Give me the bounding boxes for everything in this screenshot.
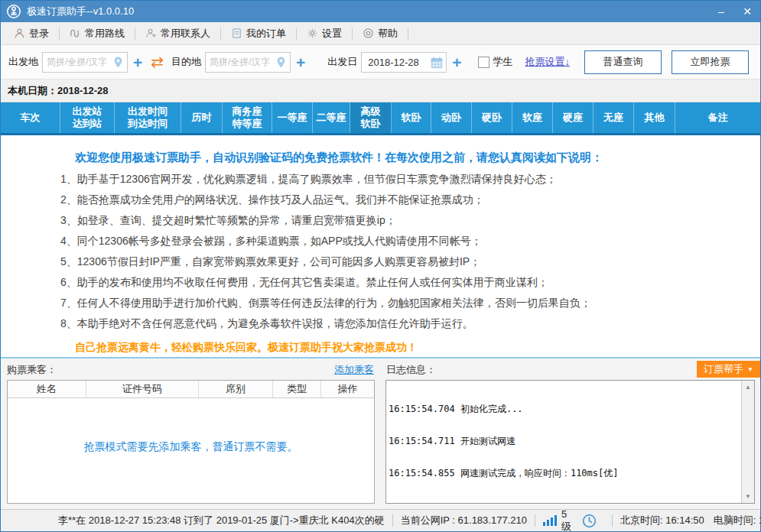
toolbar-help-label: 帮助 [378,27,398,41]
statusbar-separator [612,514,613,527]
column-soft-seat[interactable]: 软座 [512,102,553,133]
column-second-class[interactable]: 二等座 [313,102,350,133]
date-box [361,52,447,73]
notice-item: 1、助手基于12306官网开发，优化购票逻辑，提高了购票效率，但节假日车票竞争激… [60,173,760,186]
window-title: 极速订票助手--v1.0.0.10 [27,5,134,18]
ticket-news-text: 李**在 2018-12-27 15:23:48 订到了 2019-01-25 … [58,514,385,527]
passenger-panel-head: 购票乘客： 添加乘客 [1,358,380,378]
column-duration[interactable]: 历时 [181,102,223,133]
notice-area: 欢迎您使用极速订票助手，自动识别验证码的免费抢票软件！在每次使用之前，请您认真阅… [1,135,760,357]
log-entry: 16:15:54.855 网速测试完成，响应时间：110ms[优] [389,468,739,478]
user-plus-icon [145,28,157,39]
toolbar-orders[interactable]: 我的订单 [221,22,296,44]
log-scrollbar[interactable]: ▲ ▼ [741,381,754,503]
toolbar-contacts[interactable]: 常用联系人 [135,22,220,44]
signal-level-text: 5级 [561,508,571,532]
document-icon [231,28,242,39]
add-to-city-button[interactable]: + [291,54,311,70]
scroll-down-icon[interactable]: ▼ [743,491,753,502]
passenger-empty-hint: 抢票模式需要先添加乘客，普通订票不需要。 [8,440,374,454]
main-toolbar: 登录 常用路线 常用联系人 我的订单 设置 帮助 [1,22,760,45]
normal-query-button[interactable]: 普通查询 [584,50,662,74]
scroll-up-icon[interactable]: ▲ [743,381,753,393]
column-remark[interactable]: 备注 [675,102,760,133]
toolbar-settings-label: 设置 [322,27,342,41]
log-entry: 16:15:54.704 初始化完成... [389,404,739,414]
computer-time-text: 电脑时间: 16:16:08 [714,514,761,527]
notice-title: 欢迎您使用极速订票助手，自动识别验证码的免费抢票软件！在每次使用之前，请您认真阅… [75,151,760,165]
notice-item: 4、同个12306帐号多处登录会被踢，多种渠道购票，如APP或找人代购请使用不同… [60,235,760,248]
passenger-table: 姓名 证件号码 席别 类型 操作 抢票模式需要先添加乘客，普通订票不需要。 [7,380,375,504]
toolbar-login[interactable]: 登录 [4,22,59,44]
from-location-pin-icon[interactable] [112,56,125,69]
toolbar-routes[interactable]: 常用路线 [60,22,135,44]
minimize-button[interactable]: – [708,1,734,22]
route-icon [70,28,81,39]
grab-now-button[interactable]: 立即抢票 [672,50,749,74]
beijing-time-text: 北京时间: 16:14:50 [620,514,704,527]
statusbar-separator [535,514,535,527]
from-city-box [42,52,128,73]
add-from-city-button[interactable]: + [128,54,148,70]
railway-logo-icon [6,4,21,19]
log-entry: 16:15:54.711 开始测试网速 [389,436,739,446]
passenger-col-seat: 席别 [199,381,273,397]
notice-item: 3、如登录、查询、提交超时繁忙等频繁的异常，请重启宽带猫更换ip； [60,214,760,227]
column-train-no[interactable]: 车次 [1,102,60,133]
column-no-seat[interactable]: 无座 [594,102,634,133]
help-icon [363,28,374,39]
passenger-col-type: 类型 [273,381,321,397]
column-times[interactable]: 出发时间到达时间 [115,102,181,133]
passenger-panel: 购票乘客： 添加乘客 姓名 证件号码 席别 类型 操作 抢票模式需要先添加乘客，… [1,358,380,509]
notice-item: 6、助手的发布和使用均不收取任何费用，无任何其它售卖渠道。禁止任何人或任何实体用… [60,276,760,289]
column-stations[interactable]: 出发站达到站 [60,102,115,133]
passenger-label: 购票乘客： [7,363,57,377]
local-date-row: 本机日期：2018-12-28 [1,79,760,102]
column-soft-sleeper[interactable]: 软卧 [392,102,431,133]
notice-footer: 自己抢票远离黄牛，轻松购票快乐回家。极速订票助手祝大家抢票成功！ [75,341,760,355]
log-lines: 16:15:54.704 初始化完成... 16:15:54.711 开始测试网… [389,382,739,501]
calendar-icon[interactable] [430,56,444,70]
signal-bars-icon [543,515,557,526]
bottom-panels: 购票乘客： 添加乘客 姓名 证件号码 席别 类型 操作 抢票模式需要先添加乘客，… [1,357,760,509]
booking-helper-button[interactable]: 订票帮手 ▼ [697,361,760,378]
add-passenger-link[interactable]: 添加乘客 [334,363,374,377]
column-business-seat[interactable]: 商务座特等座 [223,102,272,133]
from-label: 出发地 [8,55,38,69]
column-emu-sleeper[interactable]: 动卧 [431,102,472,133]
train-grid-header: 车次 出发站达到站 出发时间到达时间 历时 商务座特等座 一等座 二等座 高级软… [1,102,760,135]
passenger-table-header: 姓名 证件号码 席别 类型 操作 [8,381,374,398]
swap-cities-icon[interactable]: ⇄ [148,54,167,70]
grab-settings-link[interactable]: 抢票设置↓ [525,55,571,69]
student-checkbox[interactable] [478,57,489,68]
column-other[interactable]: 其他 [634,102,675,133]
passenger-col-name: 姓名 [8,381,86,397]
title-bar: 极速订票助手--v1.0.0.10 – ✕ [1,1,760,22]
column-first-class[interactable]: 一等座 [272,102,313,133]
column-hard-sleeper[interactable]: 硬卧 [472,102,512,133]
add-date-button[interactable]: + [447,54,467,70]
toolbar-routes-label: 常用路线 [85,27,125,41]
user-icon [14,28,25,39]
triangle-down-icon: ▼ [747,366,753,373]
close-button[interactable]: ✕ [734,1,760,22]
to-location-pin-icon[interactable] [275,56,288,69]
log-box[interactable]: 16:15:54.704 初始化完成... 16:15:54.711 开始测试网… [385,380,755,504]
to-label: 目的地 [171,55,201,69]
toolbar-contacts-label: 常用联系人 [161,27,210,41]
toolbar-orders-label: 我的订单 [246,27,286,41]
toolbar-help[interactable]: 帮助 [353,22,408,44]
notice-item: 7、任何人不得使用助手进行加价代购、倒票等任何违反法律的行为，勿触犯国家相关法律… [60,297,760,310]
date-label: 出发日 [327,55,357,69]
notice-item: 5、12306节假日封IP严重，自家宽带购票效果更好，公司可能因多人购票更容易被… [60,255,760,268]
toolbar-separator [408,28,408,40]
clock-icon [582,514,597,528]
toolbar-settings[interactable]: 设置 [297,22,352,44]
notice-item: 8、本助手绝对不含任何恶意代码，为避免杀毒软件误报，请您添加信任允许助手运行。 [60,317,760,330]
log-panel: 日志信息： 订票帮手 ▼ 16:15:54.704 初始化完成... 16:15… [380,358,760,509]
column-hard-seat[interactable]: 硬座 [553,102,594,133]
notice-item: 2、能否抢票成功全凭用户的网络状况、操作技巧及人品运气。我们并不能保证抢票成功； [60,193,760,206]
gear-icon [307,28,318,39]
status-bar: 李**在 2018-12-27 15:23:48 订到了 2019-01-25 … [1,509,760,531]
column-deluxe-soft-sleeper[interactable]: 高级软卧 [350,102,392,133]
